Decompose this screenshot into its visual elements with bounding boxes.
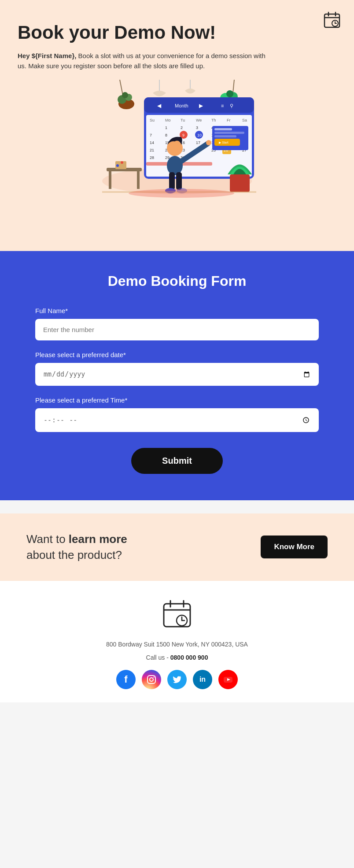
svg-text:21: 21 (150, 148, 154, 152)
date-group: Please select a preferred date* (35, 351, 319, 386)
svg-text:Mo: Mo (165, 118, 171, 122)
svg-text:▶ Start: ▶ Start (219, 141, 229, 144)
svg-point-99 (150, 678, 153, 681)
svg-text:Sa: Sa (242, 118, 247, 122)
footer-phone: Call us - 0800 000 900 (146, 654, 208, 661)
svg-text:9: 9 (182, 133, 184, 137)
cta-section: Want to learn more about the product? Kn… (0, 513, 354, 581)
svg-text:17: 17 (196, 140, 200, 145)
svg-text:1: 1 (165, 126, 167, 130)
svg-point-87 (121, 161, 123, 164)
social-icons: f in (116, 670, 238, 689)
full-name-input[interactable] (35, 319, 319, 340)
svg-rect-78 (169, 172, 175, 190)
cta-text-highlight: learn more (69, 532, 127, 546)
form-title: Demo Booking Form (35, 273, 319, 289)
time-label: Please select a preferred Time* (35, 396, 319, 404)
svg-text:7: 7 (150, 133, 152, 137)
svg-text:Su: Su (150, 118, 155, 122)
svg-rect-70 (214, 132, 244, 134)
svg-text:Tu: Tu (181, 118, 185, 122)
svg-point-100 (153, 676, 154, 677)
svg-rect-88 (230, 174, 250, 192)
linkedin-icon[interactable]: in (193, 670, 212, 689)
svg-text:8: 8 (165, 133, 167, 137)
svg-point-19 (226, 90, 233, 97)
footer-address: 800 Bordway Suit 1500 New York, NY 00042… (106, 641, 248, 648)
svg-text:⚲: ⚲ (230, 103, 233, 108)
svg-rect-71 (214, 135, 236, 137)
time-group: Please select a preferred Time* (35, 396, 319, 432)
calendar-clock-icon (323, 11, 341, 32)
hero-illustration: ◀ Month ▶ ≡ ⚲ Su Mo Tu We Th Fr Sa 1 2 3… (18, 80, 336, 216)
form-section: Demo Booking Form Full Name* Please sele… (0, 251, 354, 500)
svg-point-14 (122, 92, 128, 98)
svg-text:We: We (196, 118, 202, 122)
cta-text: Want to learn more about the product? (26, 531, 127, 563)
hero-description: Hey ${First Name}, Book a slot with us a… (18, 51, 273, 71)
svg-point-86 (116, 164, 119, 167)
svg-point-90 (129, 189, 234, 198)
date-input[interactable] (35, 363, 319, 386)
svg-text:10: 10 (197, 133, 202, 137)
hero-title: Book your Demo Now! (18, 22, 336, 43)
svg-text:Fr: Fr (227, 118, 231, 122)
svg-text:▶: ▶ (199, 103, 203, 109)
svg-point-77 (206, 140, 211, 145)
time-input[interactable] (35, 408, 319, 432)
footer-phone-number: 0800 000 900 (170, 654, 208, 661)
submit-button[interactable]: Submit (131, 448, 223, 474)
svg-text:14: 14 (150, 140, 154, 145)
full-name-label: Full Name* (35, 307, 319, 314)
facebook-icon[interactable]: f (116, 670, 136, 689)
full-name-group: Full Name* (35, 307, 319, 340)
cta-text-line2: about the product? (26, 548, 122, 561)
svg-rect-83 (109, 171, 111, 189)
svg-text:◀: ◀ (157, 103, 162, 109)
footer-logo-icon (162, 598, 192, 635)
hero-section: Book your Demo Now! Hey ${First Name}, B… (0, 0, 354, 251)
instagram-icon[interactable] (142, 670, 161, 689)
hero-greeting: Hey ${First Name}, (18, 52, 76, 59)
svg-text:≡: ≡ (221, 103, 224, 108)
svg-rect-69 (214, 128, 232, 130)
footer-phone-label: Call us - (146, 654, 170, 661)
svg-text:Month: Month (175, 103, 188, 108)
know-more-button[interactable]: Know More (261, 536, 328, 558)
cta-text-line1: Want to (26, 532, 69, 546)
svg-text:3: 3 (196, 126, 198, 130)
svg-text:Th: Th (211, 118, 216, 122)
svg-text:28: 28 (150, 155, 154, 160)
svg-rect-84 (137, 171, 140, 189)
footer: 800 Bordway Suit 1500 New York, NY 00042… (0, 581, 354, 702)
svg-text:2: 2 (181, 126, 183, 130)
svg-rect-79 (176, 172, 182, 190)
twitter-icon[interactable] (167, 670, 187, 689)
date-label: Please select a preferred date* (35, 351, 319, 358)
youtube-icon[interactable] (218, 670, 238, 689)
